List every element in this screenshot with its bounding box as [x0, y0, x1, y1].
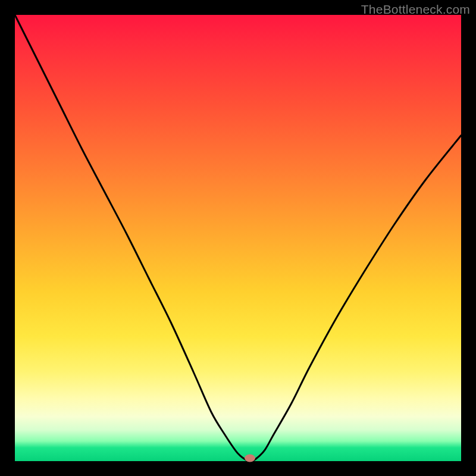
bottleneck-curve: [15, 15, 461, 461]
curve-path: [15, 15, 461, 461]
optimal-marker: [245, 454, 255, 462]
chart-stage: TheBottleneck.com: [0, 0, 476, 476]
plot-area: [15, 15, 461, 461]
